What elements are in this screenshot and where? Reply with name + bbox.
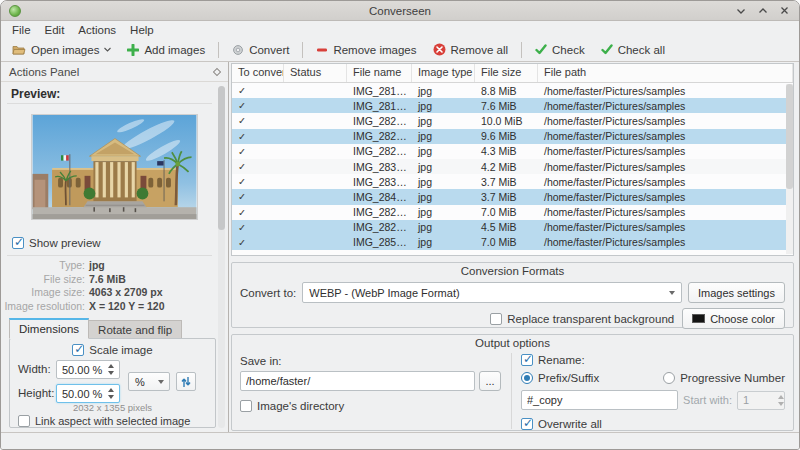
dock-float-icon[interactable]: [213, 67, 221, 75]
row-filesize: 4.3 MiB: [475, 145, 538, 157]
reset-dimensions-button[interactable]: [176, 372, 196, 391]
row-filesize: 3.7 MiB: [475, 191, 538, 203]
table-row[interactable]: ✓IMG_2849.jpgjpg3.7 MiB/home/faster/Pict…: [232, 189, 793, 204]
table-row[interactable]: ✓IMG_2816.jpgjpg8.8 MiB/home/faster/Pict…: [232, 83, 793, 98]
menu-actions[interactable]: Actions: [71, 23, 123, 37]
table-row[interactable]: ✓IMG_2815.jpgjpg7.6 MiB/home/faster/Pict…: [232, 98, 793, 113]
unit-combo[interactable]: %: [128, 372, 170, 391]
row-filepath: /home/faster/Pictures/samples: [538, 85, 793, 97]
check-label: Check: [552, 44, 585, 56]
column-header[interactable]: Status: [284, 64, 347, 82]
toolbar-separator: [218, 42, 219, 58]
tab-rotate-flip[interactable]: Rotate and flip: [89, 320, 182, 339]
column-header[interactable]: File name: [347, 64, 412, 82]
type-value: jpg: [89, 259, 105, 273]
row-check: ✓: [232, 146, 284, 157]
replace-background-checkbox[interactable]: Replace transparent background: [490, 313, 674, 325]
column-header[interactable]: Image type: [412, 64, 475, 82]
panel-scrollbar[interactable]: [218, 86, 225, 428]
close-button[interactable]: [780, 6, 789, 15]
scale-image-checkbox[interactable]: Scale image: [72, 344, 152, 356]
progressive-number-radio[interactable]: Progressive Number: [663, 372, 785, 384]
chevron-down-icon: [669, 291, 675, 295]
menu-edit[interactable]: Edit: [38, 23, 72, 37]
checkbox-box: [72, 344, 84, 356]
row-filetype: jpg: [412, 161, 475, 173]
choose-color-button[interactable]: Choose color: [682, 308, 785, 329]
add-images-button[interactable]: Add images: [120, 42, 212, 58]
spin-arrows[interactable]: [105, 364, 119, 375]
remove-images-button[interactable]: Remove images: [309, 42, 423, 58]
minimize-button[interactable]: [736, 7, 746, 15]
chevron-down-icon: [104, 47, 111, 52]
column-header[interactable]: File size: [475, 64, 538, 82]
open-images-button[interactable]: Open images: [5, 42, 118, 58]
rename-checkbox[interactable]: Rename:: [521, 354, 785, 366]
resolution-value: X = 120 Y = 120: [89, 300, 165, 314]
check-all-button[interactable]: Check all: [594, 42, 672, 58]
row-filesize: 7.0 MiB: [475, 236, 538, 248]
overwrite-all-label: Overwrite all: [538, 418, 602, 430]
column-header[interactable]: To convert: [232, 64, 284, 82]
images-settings-button[interactable]: Images settings: [688, 282, 785, 303]
table-row[interactable]: ✓IMG_2854-2.j...jpg7.0 MiB/home/faster/P…: [232, 235, 793, 250]
table-row[interactable]: ✓IMG_2828.jpgjpg4.3 MiB/home/faster/Pict…: [232, 144, 793, 159]
spin-arrows[interactable]: [105, 388, 119, 399]
open-folder-icon: [12, 44, 26, 56]
checkbox-box: [521, 354, 533, 366]
height-label: Height:: [18, 387, 54, 399]
width-input[interactable]: [57, 364, 105, 376]
menu-help[interactable]: Help: [123, 23, 161, 37]
save-in-label: Save in:: [240, 355, 501, 367]
row-filesize: 4.5 MiB: [475, 221, 538, 233]
show-preview-checkbox[interactable]: Show preview: [12, 237, 101, 249]
start-with-spinbox: [737, 391, 785, 410]
output-left-column: Save in: ... Image's directory: [240, 353, 512, 429]
row-filename: IMG_2816.jpg: [347, 85, 412, 97]
prefix-suffix-radio[interactable]: Prefix/Suffix: [521, 372, 663, 384]
conversion-formats-section: Conversion Formats Convert to: WEBP - (W…: [231, 262, 794, 328]
row-filename: IMG_2820.jpg: [347, 115, 412, 127]
column-header[interactable]: File path: [538, 64, 793, 82]
output-title: Output options: [240, 337, 785, 352]
table-row[interactable]: ✓IMG_2821.jpgjpg9.6 MiB/home/faster/Pict…: [232, 129, 793, 144]
row-filetype: jpg: [412, 176, 475, 188]
link-aspect-checkbox[interactable]: Link aspect with selected image: [18, 415, 190, 427]
row-filesize: 10.0 MiB: [475, 115, 538, 127]
checkbox-box: [240, 400, 252, 412]
row-filesize: 7.0 MiB: [475, 206, 538, 218]
row-filetype: jpg: [412, 100, 475, 112]
images-directory-checkbox[interactable]: Image's directory: [240, 400, 501, 412]
title-bar[interactable]: Converseen: [1, 1, 799, 21]
height-spinbox[interactable]: [56, 384, 120, 403]
table-row[interactable]: ✓IMG_2835.jpgjpg3.7 MiB/home/faster/Pict…: [232, 174, 793, 189]
format-select[interactable]: WEBP - (WebP Image Format): [302, 282, 682, 303]
converseen-window: Converseen File Edit Actions Help Open i…: [0, 0, 800, 450]
save-in-input[interactable]: [240, 371, 475, 391]
maximize-button[interactable]: [758, 7, 768, 15]
table-row[interactable]: ✓IMG_2820.jpgjpg10.0 MiB/home/faster/Pic…: [232, 113, 793, 128]
overwrite-all-checkbox[interactable]: Overwrite all: [521, 418, 785, 430]
progressive-number-label: Progressive Number: [680, 372, 785, 384]
file-size-value: 7.6 MiB: [89, 273, 126, 287]
actions-panel-title: Actions Panel: [9, 66, 79, 78]
table-row[interactable]: ✓IMG_2826-M...jpg4.5 MiB/home/faster/Pic…: [232, 220, 793, 235]
browse-button[interactable]: ...: [479, 371, 501, 391]
width-spinbox[interactable]: [56, 360, 120, 379]
height-input[interactable]: [57, 388, 105, 400]
table-row[interactable]: ✓IMG_2832.jpgjpg4.2 MiB/home/faster/Pict…: [232, 159, 793, 174]
spin-arrows: [778, 395, 786, 406]
table-row[interactable]: ✓IMG_2826.jpgjpg7.0 MiB/home/faster/Pict…: [232, 205, 793, 220]
row-filetype: jpg: [412, 145, 475, 157]
remove-all-button[interactable]: Remove all: [426, 41, 516, 58]
actions-panel-header[interactable]: Actions Panel: [1, 62, 228, 82]
convert-button[interactable]: Convert: [225, 42, 296, 58]
conversion-title: Conversion Formats: [240, 265, 785, 280]
rename-pattern-input[interactable]: [521, 390, 678, 410]
table-scrollbar[interactable]: [786, 84, 793, 254]
menu-file[interactable]: File: [5, 23, 38, 37]
check-button[interactable]: Check: [528, 42, 592, 58]
row-filepath: /home/faster/Pictures/samples: [538, 145, 793, 157]
tab-dimensions[interactable]: Dimensions: [9, 318, 89, 339]
row-filename: IMG_2826.jpg: [347, 206, 412, 218]
